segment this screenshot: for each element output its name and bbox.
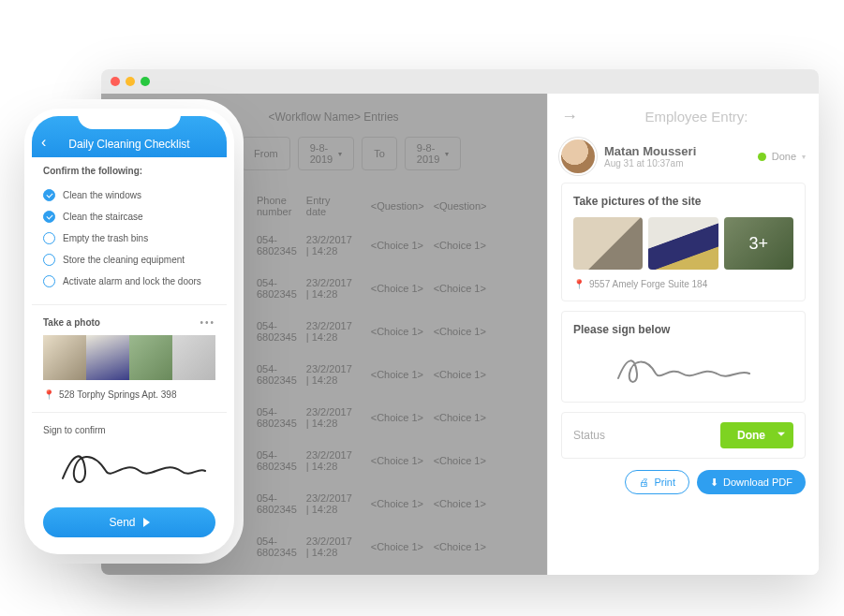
back-arrow-icon[interactable]: → <box>561 107 578 126</box>
photos-title: Take pictures of the site <box>573 195 793 208</box>
more-count-overlay: 3+ <box>724 217 793 270</box>
signature-card: Please sign below <box>561 311 806 403</box>
location-row: 📍 528 Torphy Springs Apt. 398 <box>43 389 215 400</box>
checkbox-checked-icon[interactable] <box>43 211 55 223</box>
address-row: 📍 9557 Amely Forge Suite 184 <box>573 279 793 289</box>
phone-notch <box>78 109 181 129</box>
entry-detail-panel: → Employee Entry: Matan Mousseri Aug 31 … <box>547 94 819 575</box>
send-icon <box>143 518 150 527</box>
checkbox-unchecked-icon[interactable] <box>43 254 55 266</box>
employee-timestamp: Aug 31 at 10:37am <box>604 158 696 169</box>
zoom-dot[interactable] <box>141 77 150 86</box>
print-icon: 🖨 <box>639 477 649 488</box>
send-button[interactable]: Send <box>43 507 215 537</box>
checklist-label: Store the cleaning equipment <box>63 255 185 265</box>
checklist-item[interactable]: Empty the trash bins <box>43 227 215 249</box>
download-pdf-button[interactable]: ⬇ Download PDF <box>697 470 806 494</box>
checklist-label: Activate alarm and lock the doors <box>63 276 201 286</box>
panel-title: Employee Entry: <box>587 109 806 125</box>
photo-grid <box>43 335 215 380</box>
checklist-label: Empty the trash bins <box>63 233 148 243</box>
confirm-heading: Confirm the following: <box>43 166 215 176</box>
status-indicator[interactable]: Done ▾ <box>758 151 806 162</box>
app-title: Daily Cleaning Checklist <box>68 138 189 151</box>
signature-graphic[interactable] <box>50 441 209 491</box>
checklist-item[interactable]: Activate alarm and lock the doors <box>43 271 215 292</box>
pin-icon: 📍 <box>43 389 54 400</box>
photo-heading: Take a photo <box>43 317 100 328</box>
checkbox-unchecked-icon[interactable] <box>43 275 55 287</box>
phone-mockup: ‹ Daily Cleaning Checklist Confirm the f… <box>24 109 234 554</box>
photo-thumb[interactable] <box>648 217 718 270</box>
photo-thumb-more[interactable]: 3+ <box>724 217 793 270</box>
traffic-lights <box>111 77 150 86</box>
checklist-label: Clean the staircase <box>63 212 143 222</box>
checklist-item[interactable]: Clean the staircase <box>43 206 215 227</box>
checklist-item[interactable]: Store the cleaning equipment <box>43 249 215 271</box>
signature-graphic <box>609 345 759 390</box>
status-label: Status <box>573 429 605 442</box>
avatar <box>561 139 595 173</box>
close-dot[interactable] <box>111 77 120 86</box>
sign-heading: Sign to confirm <box>43 425 215 435</box>
more-icon[interactable]: ••• <box>200 317 215 328</box>
photo-thumb[interactable] <box>43 335 86 380</box>
status-dropdown[interactable]: Done <box>720 422 793 448</box>
photo-thumb[interactable] <box>573 217 643 270</box>
browser-chrome <box>101 69 819 94</box>
status-row: Status Done <box>561 412 806 459</box>
checkbox-unchecked-icon[interactable] <box>43 232 55 244</box>
photo-thumb[interactable] <box>129 335 172 380</box>
minimize-dot[interactable] <box>126 77 135 86</box>
download-icon: ⬇ <box>710 477 718 489</box>
pin-icon: 📍 <box>573 279 585 289</box>
status-dot-icon <box>758 153 766 161</box>
checklist-label: Clean the windows <box>63 190 141 200</box>
checkbox-checked-icon[interactable] <box>43 189 55 201</box>
employee-name: Matan Mousseri <box>604 144 696 158</box>
photos-card: Take pictures of the site 3+ 📍 9557 Amel… <box>561 183 806 301</box>
photo-thumb[interactable] <box>86 335 129 380</box>
photo-thumb[interactable] <box>172 335 215 380</box>
print-button[interactable]: 🖨 Print <box>625 470 689 494</box>
back-chevron-icon[interactable]: ‹ <box>41 134 46 151</box>
signature-title: Please sign below <box>573 323 793 336</box>
checklist-item[interactable]: Clean the windows <box>43 184 215 206</box>
